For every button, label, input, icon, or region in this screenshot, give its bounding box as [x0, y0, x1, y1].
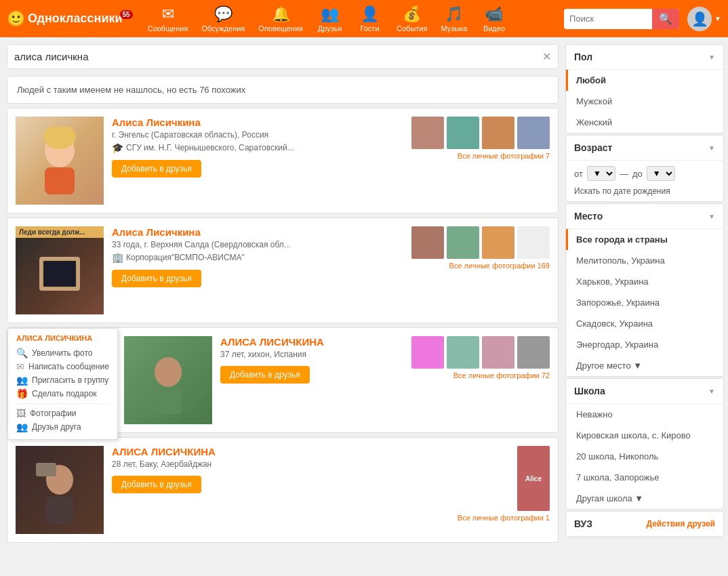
search-input[interactable] — [14, 51, 542, 62]
logo[interactable]: 🙂 Одноклассники 55 — [7, 10, 136, 28]
photo-thumb[interactable] — [482, 117, 514, 149]
photo-thumb[interactable] — [411, 117, 444, 149]
tooltip-title: АЛИСА ЛИСИЧКИНА — [16, 334, 109, 342]
guests-icon: 👤 — [361, 5, 379, 23]
person-education: 🏢 Корпорация"ВСМПО-АВИСМА" — [112, 252, 403, 263]
filter-school-none[interactable]: Неважно — [566, 404, 723, 425]
filter-age-section: Возраст ▼ от ▼ — до ▼ Искать по дате рож… — [565, 135, 724, 202]
all-photos-link[interactable]: Все личные фотографии 1 — [458, 514, 550, 522]
photo-thumb[interactable] — [411, 226, 444, 259]
person-location: 28 лет, Баку, Азербайджан — [112, 459, 433, 469]
filter-school-zap7[interactable]: 7 школа, Запорожье — [566, 467, 723, 488]
tooltip-item-photos[interactable]: 🖼 Фотографии — [16, 407, 109, 420]
person-avatar[interactable] — [16, 446, 104, 534]
nav-search-button[interactable]: 🔍 — [652, 9, 679, 29]
nav-discussions[interactable]: 💬 Обсуждения — [196, 3, 250, 35]
filter-age-arrow[interactable]: ▼ — [708, 144, 715, 152]
tooltip-item-invite[interactable]: 👥 Пригласить в группу — [16, 373, 109, 387]
filter-place-kharkov[interactable]: Харьков, Украина — [566, 271, 723, 292]
logo-icon: 🙂 — [7, 10, 25, 28]
person-avatar[interactable] — [124, 336, 212, 424]
photo-thumb[interactable] — [447, 336, 479, 369]
filter-gender-arrow[interactable]: ▼ — [708, 54, 715, 61]
person-name-link[interactable]: Алиса Лисичкина — [112, 226, 201, 238]
photos-row: Alice — [517, 446, 550, 511]
person-avatar[interactable] — [16, 117, 104, 205]
tooltip-divider — [16, 403, 109, 404]
logo-text: Одноклассники — [28, 12, 123, 26]
photos-row — [411, 226, 550, 259]
filter-place-melitopol[interactable]: Мелитополь, Украина — [566, 250, 723, 271]
filter-place-zaporizhzhia[interactable]: Запорожье, Украина — [566, 292, 723, 313]
person-card: Алиса Лисичкина г. Энгельс (Саратовская … — [7, 108, 559, 213]
add-friend-button[interactable]: Добавить в друзья — [112, 270, 201, 287]
friends-action-link[interactable]: Действия друзей — [646, 519, 715, 529]
search-clear-button[interactable]: ✕ — [542, 50, 551, 63]
tooltip-label: Увеличить фото — [32, 348, 93, 358]
person-name-link[interactable]: АЛИСА ЛИСИЧКИНА — [112, 446, 216, 457]
filter-place-arrow[interactable]: ▼ — [708, 213, 715, 220]
tooltip-label: Фотографии — [30, 409, 77, 418]
photo-thumb[interactable] — [517, 117, 550, 149]
nav-music-label: Музыка — [441, 24, 467, 33]
person-photos: Все личные фотографии 72 — [411, 336, 550, 379]
filter-place-all[interactable]: Все города и страны — [566, 229, 723, 250]
filter-place-skadovsk[interactable]: Скадовск, Украина — [566, 313, 723, 334]
tooltip-item-gift[interactable]: 🎁 Сделать подарок — [16, 387, 109, 400]
filter-place-other[interactable]: Другое место ▼ — [566, 355, 723, 376]
photo-thumb[interactable] — [482, 336, 514, 369]
all-photos-link[interactable]: Все личные фотографии 72 — [453, 371, 550, 379]
age-to-label: до — [632, 169, 643, 179]
filter-school-section: Школа ▼ Неважно Кировская школа, с. Киро… — [565, 378, 724, 510]
add-friend-button[interactable]: Добавить в друзья — [112, 160, 201, 178]
filter-place-header: Место ▼ — [566, 204, 723, 229]
tooltip-label: Пригласить в группу — [32, 375, 108, 385]
photo-thumb[interactable] — [482, 226, 514, 259]
nav-user-dropdown-arrow[interactable]: ▼ — [714, 15, 721, 22]
nav-messages[interactable]: ✉ Сообщения — [142, 3, 194, 35]
filter-gender-female[interactable]: Женский — [566, 112, 723, 133]
age-to-select[interactable]: ▼ — [647, 166, 675, 181]
filter-school-nikopol[interactable]: 20 школа, Никополь — [566, 446, 723, 467]
tooltip-item-friends[interactable]: 👥 Друзья друга — [16, 420, 109, 434]
all-photos-link[interactable]: Все личные фотографии 169 — [449, 262, 550, 270]
filter-vuz-header: ВУЗ Действия друзей — [566, 512, 723, 537]
filter-birth-link[interactable]: Искать по дате рождения — [566, 186, 723, 201]
age-from-label: от — [574, 169, 583, 179]
nav-search-bar: 🔍 — [564, 9, 679, 29]
nav-messages-label: Сообщения — [148, 24, 188, 33]
nav-friends[interactable]: 👥 Друзья — [311, 3, 348, 35]
filter-gender-any[interactable]: Любой — [566, 70, 723, 91]
filter-school-title: Школа — [574, 386, 605, 396]
education-icon: 🏢 — [112, 252, 123, 263]
filter-gender-male[interactable]: Мужской — [566, 91, 723, 112]
discussions-icon: 💬 — [214, 5, 232, 23]
add-friend-button[interactable]: Добавить в друзья — [112, 476, 201, 493]
person-name-link[interactable]: Алиса Лисичкина — [112, 117, 201, 128]
photo-thumb[interactable] — [447, 117, 479, 149]
person-name-link[interactable]: АЛИСА ЛИСИЧКИНА — [220, 336, 324, 348]
nav-music[interactable]: 🎵 Музыка — [435, 3, 472, 35]
photo-thumb[interactable] — [411, 336, 444, 369]
photo-thumb[interactable]: Alice — [517, 446, 550, 511]
photo-thumb[interactable] — [517, 226, 550, 259]
tooltip-item-message[interactable]: ✉ Написать сообщение — [16, 360, 109, 373]
age-from-select[interactable]: ▼ — [587, 166, 615, 181]
tooltip-item-zoom[interactable]: 🔍 Увеличить фото — [16, 346, 109, 360]
nav-user-avatar[interactable]: 👤 — [687, 7, 712, 31]
nav-events[interactable]: 💰 События — [391, 3, 432, 35]
filter-school-kirovo[interactable]: Кировская школа, с. Кирово — [566, 425, 723, 446]
person-avatar[interactable]: Леди всегда долж... — [16, 226, 104, 314]
nav-search-input[interactable] — [564, 11, 652, 26]
filter-place-energodar[interactable]: Энергодар, Украина — [566, 334, 723, 355]
filter-school-other[interactable]: Другая школа ▼ — [566, 488, 723, 509]
photo-thumb[interactable] — [517, 336, 550, 369]
add-friend-button[interactable]: Добавить в друзья — [220, 366, 310, 384]
nav-guests[interactable]: 👤 Гости — [351, 3, 388, 35]
nav-video[interactable]: 📹 Видео — [475, 3, 512, 35]
filter-school-arrow[interactable]: ▼ — [708, 388, 715, 395]
photo-thumb[interactable] — [447, 226, 479, 259]
message-icon: ✉ — [16, 361, 24, 372]
nav-alerts[interactable]: 🔔 Оповещения — [253, 3, 308, 35]
all-photos-link[interactable]: Все личные фотографии 7 — [458, 152, 550, 160]
